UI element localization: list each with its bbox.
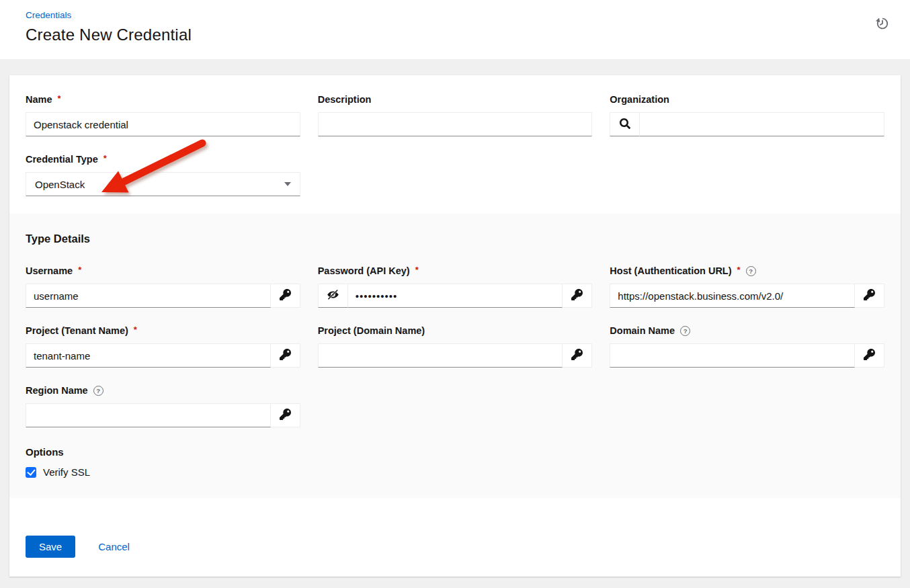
- credential-type-label: Credential Type: [26, 154, 98, 165]
- organization-label: Organization: [610, 94, 669, 105]
- key-icon: [571, 349, 583, 362]
- project-tenant-prompt-on-launch-button[interactable]: [271, 343, 300, 368]
- region-name-label: Region Name: [26, 385, 88, 396]
- project-domain-label: Project (Domain Name): [318, 325, 425, 336]
- type-details-section: Type Details Username *: [9, 214, 901, 498]
- domain-name-prompt-on-launch-button[interactable]: [855, 343, 884, 368]
- help-icon[interactable]: ?: [746, 266, 756, 276]
- region-name-input[interactable]: [26, 403, 271, 427]
- key-icon: [280, 289, 291, 302]
- password-field-group: Password (API Key) *: [318, 265, 593, 308]
- password-input[interactable]: [347, 284, 563, 308]
- history-button[interactable]: [874, 15, 891, 34]
- organization-field-group: Organization: [610, 94, 884, 136]
- options-label: Options: [26, 446, 884, 458]
- credential-form-card: Name * Description Organization: [9, 75, 901, 577]
- credential-type-value: OpenStack: [35, 179, 85, 190]
- help-icon[interactable]: ?: [93, 386, 104, 396]
- organization-search-button[interactable]: [610, 112, 639, 136]
- page-title: Create New Credential: [26, 26, 884, 44]
- cancel-button[interactable]: Cancel: [98, 541, 130, 552]
- credential-type-field-group: Credential Type * OpenStack: [26, 154, 300, 196]
- domain-name-field-group: Domain Name ?: [610, 325, 884, 368]
- name-field-group: Name *: [26, 94, 300, 136]
- required-asterisk: *: [737, 265, 741, 275]
- domain-name-label: Domain Name: [610, 325, 675, 336]
- save-button[interactable]: Save: [26, 536, 75, 558]
- project-tenant-label: Project (Tenant Name): [26, 325, 128, 336]
- password-label: Password (API Key): [318, 265, 410, 276]
- region-name-field-group: Region Name ?: [26, 385, 300, 427]
- credential-type-select[interactable]: OpenStack: [26, 172, 300, 196]
- organization-input[interactable]: [639, 112, 884, 136]
- verify-ssl-label: Verify SSL: [43, 466, 90, 478]
- host-label: Host (Authentication URL): [610, 265, 731, 276]
- help-icon[interactable]: ?: [680, 326, 690, 336]
- required-asterisk: *: [134, 325, 137, 335]
- username-prompt-on-launch-button[interactable]: [271, 284, 300, 308]
- key-icon: [280, 409, 291, 422]
- chevron-down-icon: [284, 182, 291, 186]
- host-input[interactable]: [610, 284, 855, 308]
- description-label: Description: [318, 94, 372, 105]
- type-details-heading: Type Details: [26, 233, 884, 245]
- required-asterisk: *: [104, 153, 107, 163]
- project-domain-field-group: Project (Domain Name): [318, 325, 593, 368]
- description-input[interactable]: [318, 112, 593, 136]
- username-label: Username: [26, 265, 73, 276]
- name-label: Name: [26, 94, 52, 105]
- form-actions: Save Cancel: [9, 498, 901, 577]
- key-icon: [571, 289, 583, 302]
- page-header: Credentials Create New Credential: [0, 0, 910, 59]
- name-input[interactable]: [26, 112, 300, 136]
- username-field-group: Username *: [26, 265, 300, 308]
- credential-basic-section: Name * Description Organization: [9, 75, 901, 214]
- project-tenant-field-group: Project (Tenant Name) *: [26, 325, 300, 368]
- required-asterisk: *: [78, 265, 81, 275]
- history-icon: [875, 23, 890, 33]
- required-asterisk: *: [415, 265, 419, 275]
- domain-name-input[interactable]: [610, 343, 855, 368]
- required-asterisk: *: [58, 93, 61, 103]
- key-icon: [864, 349, 875, 362]
- breadcrumb: Credentials: [26, 9, 884, 21]
- password-prompt-on-launch-button[interactable]: [563, 284, 592, 308]
- search-icon: [620, 118, 630, 131]
- verify-ssl-checkbox[interactable]: [26, 467, 36, 478]
- username-input[interactable]: [26, 284, 271, 308]
- breadcrumb-credentials-link[interactable]: Credentials: [26, 10, 71, 20]
- description-field-group: Description: [318, 94, 593, 136]
- eye-slash-icon: [327, 288, 339, 303]
- host-field-group: Host (Authentication URL) * ?: [610, 265, 884, 308]
- password-visibility-toggle[interactable]: [318, 284, 347, 308]
- region-name-prompt-on-launch-button[interactable]: [271, 403, 300, 427]
- project-tenant-input[interactable]: [26, 343, 271, 368]
- project-domain-prompt-on-launch-button[interactable]: [563, 343, 592, 368]
- verify-ssl-checkbox-row[interactable]: Verify SSL: [26, 466, 884, 478]
- key-icon: [864, 289, 875, 302]
- main-content: Name * Description Organization: [0, 59, 910, 585]
- key-icon: [280, 349, 291, 362]
- host-prompt-on-launch-button[interactable]: [855, 284, 884, 308]
- project-domain-input[interactable]: [318, 343, 563, 368]
